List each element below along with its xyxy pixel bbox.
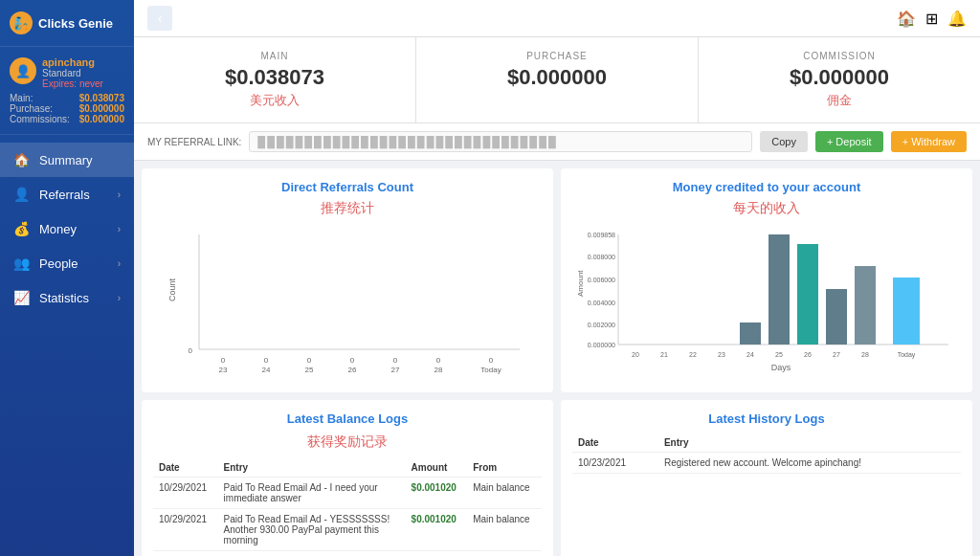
svg-text:0: 0 [350, 356, 355, 365]
deposit-button[interactable]: + Deposit [815, 131, 883, 152]
svg-text:28: 28 [434, 366, 443, 374]
cell-entry: Paid To Read Email Ad - Not seeing daily… [218, 551, 406, 557]
cell-hist-entry: Registered new account. Welcome apinchan… [658, 453, 961, 474]
stat-card-commission: COMMISSION $0.000000 佣金 [699, 37, 980, 122]
table-row: 10/29/2021 Paid To Read Email Ad - Not s… [153, 551, 542, 557]
stat-card-purchase: PURCHASE $0.000000 [416, 37, 699, 122]
logo-text: Clicks Genie [38, 16, 113, 31]
col-amount: Amount [406, 458, 468, 478]
main-content: MAIN $0.038073 美元收入 PURCHASE $0.000000 C… [134, 37, 980, 556]
collapse-sidebar-button[interactable]: ‹ [147, 6, 172, 31]
svg-text:23: 23 [219, 366, 228, 374]
sidebar-item-people[interactable]: 👥 People › [0, 246, 134, 280]
chevron-right-icon-3: › [118, 258, 121, 269]
cell-amount: $0.001020 [406, 551, 468, 557]
copy-button[interactable]: Copy [760, 131, 808, 152]
stats-row: MAIN $0.038073 美元收入 PURCHASE $0.000000 C… [134, 37, 980, 123]
svg-text:0.002000: 0.002000 [588, 322, 615, 328]
sidebar-item-money-label: Money [39, 222, 77, 236]
svg-text:26: 26 [348, 366, 357, 374]
referrals-chart-card: Direct Referrals Count 推荐统计 Count 0 0 23… [142, 168, 553, 392]
cell-date: 10/29/2021 [153, 551, 218, 557]
balance-logs-subtitle: 获得奖励记录 [153, 434, 542, 451]
cell-entry: Paid To Read Email Ad - YESSSSSSS! Anoth… [218, 509, 406, 551]
referrals-chart-title: Direct Referrals Count [153, 180, 542, 194]
user-section: 👤 apinchang Standard Expires: never Main… [0, 47, 134, 135]
withdraw-button[interactable]: + Withdraw [891, 131, 967, 152]
table-row: 10/29/2021 Paid To Read Email Ad - I nee… [153, 478, 542, 509]
svg-text:26: 26 [804, 351, 812, 358]
sidebar-item-referrals[interactable]: 👤 Referrals › [0, 177, 134, 211]
stat-commission-subtitle: 佣金 [718, 92, 961, 109]
svg-text:0: 0 [436, 356, 441, 365]
svg-rect-46 [893, 278, 920, 345]
user-level: Standard [42, 68, 103, 78]
svg-text:25: 25 [305, 366, 314, 374]
svg-text:0.009858: 0.009858 [588, 232, 615, 238]
svg-text:23: 23 [718, 351, 725, 358]
svg-text:Today: Today [480, 366, 501, 374]
cell-date: 10/29/2021 [153, 478, 218, 509]
stat-main-value: $0.038073 [153, 65, 396, 90]
referrals-chart-subtitle: 推荐统计 [153, 200, 542, 217]
grid-topbar-icon[interactable]: ⊞ [925, 10, 938, 28]
svg-text:Count: Count [167, 278, 177, 301]
stat-purchase-label: PURCHASE [435, 51, 679, 61]
avatar: 👤 [10, 57, 36, 84]
money-chart-subtitle: 每天的收入 [572, 200, 961, 217]
sidebar-item-statistics[interactable]: 📈 Statistics › [0, 280, 134, 315]
user-stat-purchase: Purchase: $0.000000 [10, 103, 124, 114]
sidebar-item-money[interactable]: 💰 Money › [0, 211, 134, 246]
balance-logs-table: Date Entry Amount From 10/29/2021 Paid T… [153, 458, 542, 556]
money-chart-svg: Amount 0.009858 0.008000 0.006000 0.0040… [572, 225, 961, 378]
cell-from: Main balance [467, 509, 542, 551]
cell-hist-date: 10/23/2021 [572, 453, 658, 474]
referrals-icon: 👤 [13, 187, 30, 202]
col-entry: Entry [218, 458, 406, 478]
home-icon: 🏠 [13, 152, 30, 167]
chevron-right-icon-4: › [118, 293, 121, 303]
home-topbar-icon[interactable]: 🏠 [897, 10, 916, 28]
bell-topbar-icon[interactable]: 🔔 [947, 10, 967, 28]
stat-purchase-value: $0.000000 [435, 65, 679, 90]
svg-text:24: 24 [746, 351, 754, 358]
stat-commission-label: COMMISSION [718, 51, 961, 61]
svg-text:22: 22 [689, 351, 697, 358]
money-chart-title: Money credited to your account [572, 180, 961, 194]
user-stat-commission: Commissions: $0.000000 [10, 114, 124, 124]
table-row: 10/29/2021 Paid To Read Email Ad - YESSS… [153, 509, 542, 551]
user-stats: Main: $0.038073 Purchase: $0.000000 Comm… [10, 93, 124, 124]
charts-row: Direct Referrals Count 推荐统计 Count 0 0 23… [134, 161, 980, 400]
history-logs-card: Latest History Logs Date Entry 10/23/202… [561, 400, 972, 556]
svg-text:0.004000: 0.004000 [588, 300, 615, 306]
cell-from: Main balance [467, 551, 542, 557]
svg-text:27: 27 [833, 351, 840, 358]
stat-commission-value: $0.000000 [718, 65, 961, 90]
svg-text:0: 0 [189, 346, 193, 355]
sidebar: 🧞 Clicks Genie 👤 apinchang Standard Expi… [0, 0, 134, 556]
sidebar-item-summary[interactable]: 🏠 Summary [0, 143, 134, 177]
cell-amount: $0.001020 [406, 478, 468, 509]
table-row: 10/23/2021 Registered new account. Welco… [572, 453, 961, 474]
svg-rect-42 [826, 289, 847, 345]
balance-logs-title: Latest Balance Logs [153, 411, 542, 426]
svg-rect-40 [797, 244, 818, 345]
col-date: Date [153, 458, 218, 478]
money-icon: 💰 [13, 221, 30, 236]
nav-items: 🏠 Summary 👤 Referrals › 💰 Money › 👥 Peop… [0, 135, 134, 556]
svg-text:25: 25 [775, 351, 783, 358]
sidebar-logo: 🧞 Clicks Genie [0, 0, 134, 47]
people-icon: 👥 [13, 256, 30, 271]
svg-text:Days: Days [771, 363, 791, 372]
sidebar-item-statistics-label: Statistics [39, 291, 89, 305]
svg-text:Amount: Amount [576, 270, 585, 297]
svg-text:21: 21 [660, 351, 668, 358]
referrals-chart-svg: Count 0 0 23 0 24 0 25 0 26 0 [153, 225, 542, 378]
svg-text:0: 0 [264, 356, 269, 365]
history-logs-table: Date Entry 10/23/2021 Registered new acc… [572, 434, 961, 474]
sidebar-item-people-label: People [39, 256, 78, 271]
chevron-right-icon-2: › [118, 224, 121, 234]
user-expires: Expires: never [42, 78, 103, 89]
logo-icon: 🧞 [10, 11, 33, 34]
svg-rect-36 [740, 322, 761, 345]
